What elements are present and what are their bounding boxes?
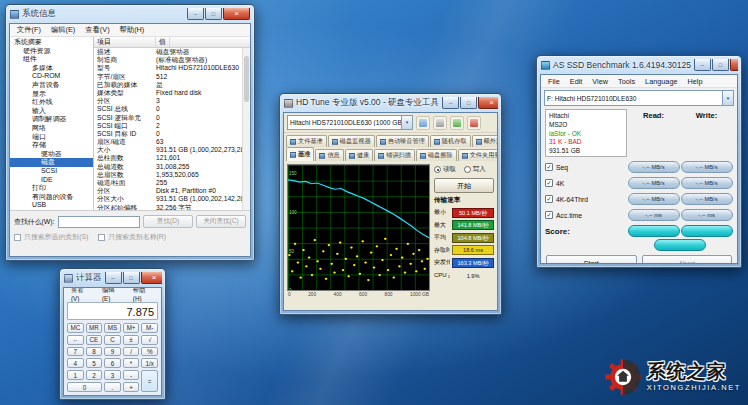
- checkbox-icon[interactable]: ✓: [545, 211, 553, 219]
- calc-key-7[interactable]: 7: [67, 347, 84, 357]
- tree-item[interactable]: 存储: [10, 141, 93, 150]
- calc-key-3[interactable]: 3: [104, 370, 121, 380]
- checkbox-icon[interactable]: ✓: [545, 163, 553, 171]
- tab-自动噪音管理[interactable]: 自动噪音管理: [376, 135, 429, 147]
- table-row[interactable]: 总柱面数121,601: [94, 154, 250, 162]
- tree-item[interactable]: 有问题的设备: [10, 193, 93, 202]
- calc-key-M+[interactable]: M+: [123, 323, 140, 333]
- tree-item[interactable]: 网络: [10, 124, 93, 133]
- menu-item[interactable]: File: [543, 77, 565, 86]
- calc-key-CE[interactable]: CE: [86, 335, 103, 345]
- menu-item[interactable]: 帮助(H): [128, 287, 159, 302]
- table-row[interactable]: 磁道/柱面255: [94, 179, 250, 187]
- menu-item[interactable]: 文件(F): [12, 25, 46, 35]
- calc-key-=[interactable]: =: [141, 370, 158, 392]
- checkbox-icon[interactable]: ✓: [545, 195, 553, 203]
- tab-文件基准[interactable]: 文件基准: [286, 135, 327, 147]
- menu-item[interactable]: Language: [640, 77, 682, 86]
- tree-item[interactable]: 打印: [10, 184, 93, 193]
- tab-健康[interactable]: 健康: [345, 149, 373, 161]
- options-icon[interactable]: [450, 116, 464, 130]
- calc-key-√[interactable]: √: [141, 335, 158, 345]
- calc-key-6[interactable]: 6: [104, 358, 121, 368]
- find-button[interactable]: 查找(D): [143, 215, 193, 228]
- table-row[interactable]: SCSI 逻辑单元0: [94, 114, 250, 122]
- calc-key-/[interactable]: /: [123, 347, 140, 357]
- calc-key-0[interactable]: 0: [67, 382, 102, 392]
- table-row[interactable]: 分区起始偏移32,256 字节: [94, 204, 250, 210]
- maximize-button[interactable]: [460, 97, 477, 109]
- start-button[interactable]: Start: [546, 255, 637, 264]
- tree-item[interactable]: 显示: [10, 90, 93, 99]
- search-selected-category-checkbox[interactable]: 只搜索所选的类别(S): [14, 232, 88, 242]
- table-row[interactable]: 字节/扇区512: [94, 73, 250, 81]
- start-button[interactable]: 开始: [434, 178, 494, 193]
- table-row[interactable]: 型号Hitachi HDS721010DLE630: [94, 64, 250, 72]
- maximize-button[interactable]: [205, 8, 222, 20]
- tab-磁盘擦除[interactable]: 磁盘擦除: [416, 149, 457, 161]
- calc-key-←[interactable]: ←: [67, 335, 84, 345]
- table-row[interactable]: 总扇区数1,953,520,065: [94, 171, 250, 179]
- tree-item[interactable]: 硬件资源: [10, 47, 93, 56]
- copy-icon[interactable]: [416, 116, 430, 130]
- menu-item[interactable]: 帮助(H): [115, 25, 150, 35]
- column-item[interactable]: 项目: [94, 37, 156, 47]
- tree-item[interactable]: 多媒体: [10, 64, 93, 73]
- menu-item[interactable]: 编辑(E): [97, 287, 128, 302]
- write-radio[interactable]: 写入: [464, 165, 486, 174]
- close-button[interactable]: [730, 59, 738, 71]
- vertical-scrollbar[interactable]: [242, 48, 250, 210]
- minimize-button[interactable]: [442, 97, 459, 109]
- menu-item[interactable]: 查看(V): [66, 287, 97, 302]
- table-row[interactable]: 分区大小931.51 GB (1,000,202,142,208 字节): [94, 195, 250, 203]
- calc-key-M-[interactable]: M-: [141, 323, 158, 333]
- table-row[interactable]: 总磁道数31,008,255: [94, 163, 250, 171]
- search-category-names-checkbox[interactable]: 只搜索类别名称(R): [98, 232, 166, 242]
- table-row[interactable]: 大小931.51 GB (1,000,202,273,280 字节): [94, 146, 250, 154]
- tab-基准[interactable]: 基准: [286, 147, 314, 161]
- calc-key-MC[interactable]: MC: [67, 323, 84, 333]
- system-info-titlebar[interactable]: 系统信息: [9, 5, 251, 23]
- calc-key-9[interactable]: 9: [104, 347, 121, 357]
- minimize-button[interactable]: [105, 272, 122, 284]
- calc-key-MR[interactable]: MR: [86, 323, 103, 333]
- tab-信息[interactable]: 信息: [315, 149, 343, 161]
- table-row[interactable]: 已加载的媒体是: [94, 81, 250, 89]
- drive-select[interactable]: Hitachi HDS721010DLE630 (1000 GB): [287, 115, 413, 130]
- tree-item[interactable]: SCSI: [10, 167, 93, 176]
- find-input[interactable]: [58, 216, 140, 228]
- table-row[interactable]: 分区3: [94, 97, 250, 105]
- tab-随机存取[interactable]: 随机存取: [430, 135, 471, 147]
- tree-item[interactable]: CD-ROM: [10, 72, 93, 81]
- tree-item[interactable]: USB: [10, 201, 93, 210]
- abort-button[interactable]: Abort: [642, 255, 733, 264]
- calc-key-±[interactable]: ±: [123, 335, 140, 345]
- minimize-button[interactable]: [187, 8, 204, 20]
- calc-key-2[interactable]: 2: [86, 370, 103, 380]
- menu-item[interactable]: View: [587, 77, 613, 86]
- tree-item[interactable]: IDE: [10, 176, 93, 185]
- column-value[interactable]: 值: [156, 37, 170, 47]
- maximize-button[interactable]: [712, 59, 729, 71]
- calc-key-4[interactable]: 4: [67, 358, 84, 368]
- checkbox-icon[interactable]: ✓: [545, 179, 553, 187]
- tree-item[interactable]: 系统摘要: [10, 38, 93, 47]
- calc-key-%[interactable]: %: [141, 347, 158, 357]
- menu-item[interactable]: 编辑(E): [46, 25, 80, 35]
- calculator-titlebar[interactable]: 计算器: [63, 269, 162, 287]
- menu-item[interactable]: 查看(V): [80, 25, 114, 35]
- table-row[interactable]: 扇区/磁道63: [94, 138, 250, 146]
- close-button[interactable]: [141, 272, 163, 284]
- menu-item[interactable]: Edit: [565, 77, 588, 86]
- calc-key-1[interactable]: 1: [67, 370, 84, 380]
- calc-key-C[interactable]: C: [104, 335, 121, 345]
- calc-key-5[interactable]: 5: [86, 358, 103, 368]
- read-radio[interactable]: 读取: [434, 165, 456, 174]
- tree-item[interactable]: 调制解调器: [10, 115, 93, 124]
- menu-item[interactable]: Help: [683, 77, 708, 86]
- tree-item[interactable]: 输入: [10, 107, 93, 116]
- calc-key--[interactable]: -: [123, 370, 140, 380]
- table-row[interactable]: SCSI 总线0: [94, 105, 250, 113]
- table-row[interactable]: 媒体类型Fixed hard disk: [94, 89, 250, 97]
- table-row[interactable]: 描述磁盘驱动器: [94, 48, 250, 56]
